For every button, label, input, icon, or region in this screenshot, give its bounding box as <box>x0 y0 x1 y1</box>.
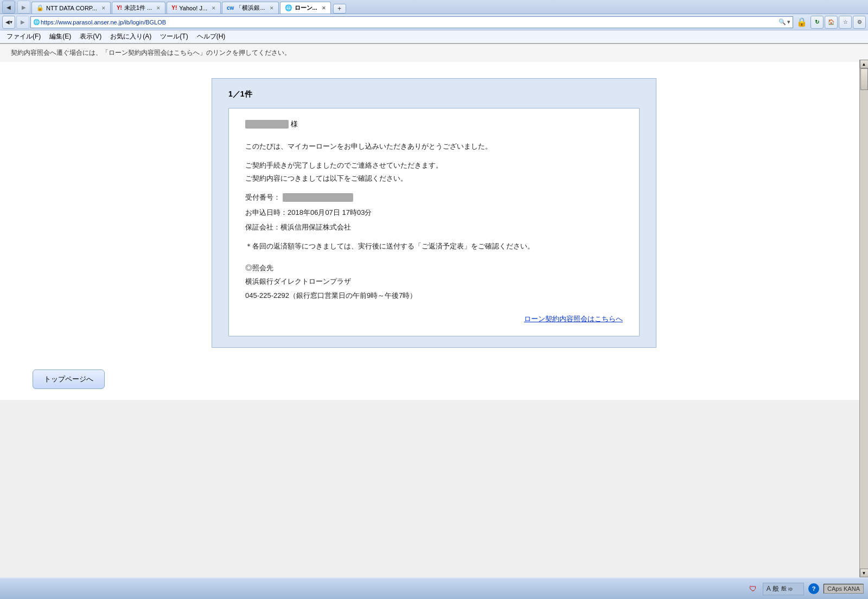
apply-date-line: お申込日時：2018年06月07日 17時03分 <box>245 206 623 219</box>
ime-mode-icons: 般 ゅ ゕ <box>781 585 801 592</box>
info-section: 受付番号： お申込日時：2018年06月07日 17時03分 保証会社：横浜信用… <box>245 191 623 233</box>
contact-phone: 045-225-2292（銀行窓口営業日の午前9時～午後7時） <box>245 289 623 302</box>
taskbar-antivirus-icon: 🛡 <box>745 581 761 596</box>
tab-unread[interactable]: Y! 未読1件 ... ✕ <box>112 2 165 14</box>
main-content: 1／1件 様 このたびは、マイカーローンをお申し込みいただきありがとうございまし… <box>0 62 868 400</box>
note-text: ＊各回の返済額等につきましては、実行後に送付する「ご返済予定表」をご確認ください… <box>245 240 623 252</box>
refresh-icon: ↻ <box>815 19 819 25</box>
contact-name: 横浜銀行ダイレクトローンプラザ <box>245 275 623 288</box>
taskbar-ime-status[interactable]: A 般 般 ゅ ゕ <box>763 583 804 595</box>
body-line-2b: ご契約内容につきましては以下をご確認ください。 <box>245 174 407 182</box>
scroll-up-arrow[interactable]: ▲ <box>860 60 869 68</box>
tab-close-icon[interactable]: ✕ <box>101 5 106 11</box>
back-nav-button[interactable]: ◀▾ <box>2 16 15 29</box>
tab-bar: ◀ ▶ 🔒 NTT DATA CORP... ✕ Y! 未読1件 ... ✕ Y… <box>0 0 868 14</box>
menu-edit[interactable]: 編集(E) <box>45 31 75 42</box>
tab-ntt[interactable]: 🔒 NTT DATA CORP... ✕ <box>31 2 111 14</box>
message-card: 1／1件 様 このたびは、マイカーローンをお申し込みいただきありがとうございまし… <box>212 78 656 348</box>
message-count: 1／1件 <box>228 90 640 99</box>
guarantor-line: 保証会社：横浜信用保証株式会社 <box>245 221 623 233</box>
body-line-2a: ご契約手続きが完了しましたのでご連絡させていただきます。 <box>245 161 443 169</box>
tab-close-icon4[interactable]: ✕ <box>270 5 274 11</box>
help-circle-icon: ? <box>808 583 819 594</box>
back-icon: ◀ <box>7 4 11 10</box>
menu-view[interactable]: 表示(V) <box>75 31 106 42</box>
body-para-2: ご契約手続きが完了しましたのでご連絡させていただきます。 ご契約内容につきまして… <box>245 159 623 184</box>
recipient-suffix: 様 <box>291 119 298 129</box>
ime-a-label: A 般 <box>767 584 779 594</box>
bottom-bar: トップページへ <box>0 359 868 400</box>
address-icon: 🌐 <box>33 19 40 25</box>
nav-bar: ◀▾ ▶ 🌐 https://www.parasol.anser.ne.jp/i… <box>0 14 868 30</box>
tab-close-icon3[interactable]: ✕ <box>212 5 216 11</box>
scroll-track[interactable] <box>860 68 868 569</box>
favorites-button[interactable]: ☆ <box>839 16 852 29</box>
tab-close-icon2[interactable]: ✕ <box>156 5 161 11</box>
menu-favorites[interactable]: お気に入り(A) <box>106 31 156 42</box>
top-page-button[interactable]: トップページへ <box>33 369 105 389</box>
star-icon: ☆ <box>843 19 848 25</box>
taskbar: 🛡 A 般 般 ゅ ゕ ? CAps KANA <box>0 577 868 599</box>
loan-detail-link-row: ローン契約内容照会はこちらへ <box>245 313 623 325</box>
receipt-value-redacted <box>283 193 353 202</box>
scroll-down-arrow[interactable]: ▼ <box>860 569 869 577</box>
contact-header: ◎照会先 <box>245 262 623 274</box>
address-bar[interactable]: 🌐 https://www.parasol.anser.ne.jp/ib/log… <box>30 16 793 28</box>
scrollbar[interactable]: ▲ ▼ <box>859 60 868 577</box>
forward-button[interactable]: ▶ <box>17 1 30 14</box>
recipient-line: 様 <box>245 119 623 129</box>
body-para-1: このたびは、マイカーローンをお申し込みいただきありがとうございました。 <box>245 140 623 152</box>
gear-icon: ⚙ <box>857 19 862 25</box>
tab-close-icon5[interactable]: ✕ <box>322 5 326 11</box>
settings-button[interactable]: ⚙ <box>853 16 866 29</box>
recipient-redacted <box>245 120 289 129</box>
message-inner: 様 このたびは、マイカーローンをお申し込みいただきありがとうございました。 ご契… <box>228 108 640 336</box>
forward-icon: ▶ <box>22 4 26 10</box>
tab-icon-y2: Y! <box>171 5 177 11</box>
tab-yahoo[interactable]: Y! Yahoo! J... ✕ <box>167 2 221 14</box>
browser-chrome: ◀ ▶ 🔒 NTT DATA CORP... ✕ Y! 未読1件 ... ✕ Y… <box>0 0 868 44</box>
security-lock-icon: 🔒 <box>796 17 807 27</box>
dropdown-icon: ▾ <box>787 18 790 26</box>
address-text: https://www.parasol.anser.ne.jp/ib/login… <box>41 19 777 26</box>
message-body: このたびは、マイカーローンをお申し込みいただきありがとうございました。 ご契約手… <box>245 140 623 325</box>
taskbar-help-icon[interactable]: ? <box>806 581 821 596</box>
loan-detail-link[interactable]: ローン契約内容照会はこちらへ <box>524 315 623 323</box>
menu-tools[interactable]: ツール(T) <box>156 31 192 42</box>
menu-file[interactable]: ファイル(F) <box>2 31 45 42</box>
breadcrumb-text: 契約内容照会へ遷ぐ場合には、「ローン契約内容照会はこちらへ」のリンクを押してくだ… <box>11 49 291 56</box>
page-header: 契約内容照会へ遷ぐ場合には、「ローン契約内容照会はこちらへ」のリンクを押してくだ… <box>0 44 868 62</box>
receipt-label: 受付番号： <box>245 191 280 203</box>
tab-icon: 🔒 <box>36 4 44 11</box>
tab-icon-cw: cw <box>227 5 234 11</box>
refresh-button[interactable]: ↻ <box>810 16 824 29</box>
tab-icon-y1: Y! <box>117 5 122 11</box>
home-icon: 🏠 <box>828 19 834 25</box>
tab-yokohama[interactable]: cw 「横浜銀... ✕ <box>222 2 279 14</box>
receipt-number-line: 受付番号： <box>245 191 623 203</box>
scroll-thumb[interactable] <box>860 68 868 90</box>
tab-loan-active[interactable]: 🌐 ローン... ✕ <box>280 2 331 14</box>
search-icon: 🔍 <box>778 18 786 26</box>
menu-bar: ファイル(F) 編集(E) 表示(V) お気に入り(A) ツール(T) ヘルプ(… <box>0 30 868 43</box>
contact-section: ◎照会先 横浜銀行ダイレクトローンプラザ 045-225-2292（銀行窓口営業… <box>245 262 623 302</box>
back-button[interactable]: ◀ <box>2 1 15 14</box>
new-tab-button[interactable]: + <box>333 4 346 14</box>
home-button[interactable]: 🏠 <box>825 16 838 29</box>
forward-nav-button[interactable]: ▶ <box>16 16 29 29</box>
caps-kana-indicator: CAps KANA <box>824 584 864 594</box>
tab-icon-loan: 🌐 <box>285 4 292 11</box>
menu-help[interactable]: ヘルプ(H) <box>193 31 230 42</box>
